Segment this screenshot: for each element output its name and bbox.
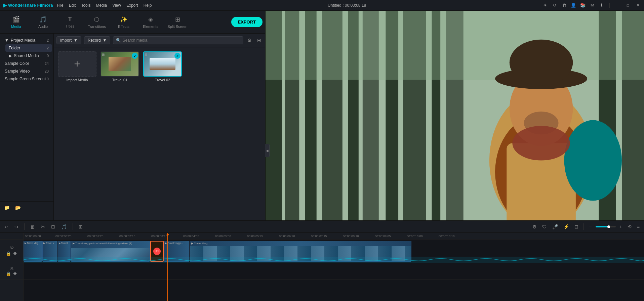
cut-button[interactable]: ✂ [39, 223, 47, 230]
logo-icon: ▶ [3, 2, 7, 8]
open-folder-button[interactable]: 📂 [14, 204, 22, 211]
sidebar-item-sample-video[interactable]: Sample Video 20 [1, 68, 52, 75]
library-icon[interactable]: 📚 [580, 2, 586, 8]
mic-btn[interactable]: 🎤 [551, 223, 560, 230]
travel02-check: ✓ [174, 53, 180, 59]
timeline-right-controls: ⚙ 🛡 🎤 ⚡ ⊟ − + ⟲ ≡ [531, 223, 641, 230]
tab-effects[interactable]: ✨ Effects [110, 12, 137, 32]
filter-button[interactable]: ⚙ [246, 37, 253, 44]
travel01-thumb[interactable]: ⊞ ✓ [100, 51, 139, 77]
sun-icon[interactable]: ☀ [542, 2, 548, 8]
track2-eye-icon[interactable]: 👁 [13, 271, 17, 276]
tab-titles[interactable]: T Titles [56, 12, 83, 32]
tab-splitscreen[interactable]: ⊞ Split Screen [164, 12, 191, 32]
ruler-mark-2: 00:00:01:20 [87, 234, 119, 238]
zoom-in-btn[interactable]: + [618, 223, 624, 230]
shared-media-label: Shared Media [14, 53, 39, 58]
preview-frame [266, 11, 644, 220]
menu-media[interactable]: Media [96, 3, 107, 8]
split-btn2[interactable]: ⊟ [573, 223, 580, 230]
audio-button[interactable]: 🎵 [59, 223, 69, 230]
zoom-out-btn[interactable]: − [587, 223, 593, 230]
menu-export[interactable]: Export [126, 3, 138, 8]
new-folder-button[interactable]: 📁 [3, 204, 11, 211]
minimize-button[interactable]: — [614, 2, 621, 9]
app-name: Wondershare Filmora [8, 3, 53, 8]
sidebar-item-sample-color[interactable]: Sample Color 24 [1, 60, 52, 67]
import-label-text: Import Media [58, 78, 96, 82]
tab-audio[interactable]: 🎵 Audio [30, 12, 56, 32]
svg-rect-13 [266, 11, 644, 80]
close-button[interactable]: ✕ [635, 2, 641, 9]
panel-collapse-handle[interactable]: ◀ [265, 144, 270, 157]
preview-video [266, 11, 644, 220]
import-media-item[interactable]: + Import Media [58, 51, 96, 82]
media-sidebar: ▼ Project Media 2 Folder 2 ▶ Shared Medi… [0, 34, 54, 220]
track1-id: B2 [9, 246, 13, 250]
collapse-icon: ◀ [266, 149, 269, 153]
media-tab-icon: 🎬 [12, 16, 20, 23]
sidebar-footer: 📁 📂 [0, 201, 54, 214]
timeline-area: ↩ ↪ 🗑 ✂ ⊡ 🎵 ⊞ ⚙ 🛡 🎤 ⚡ ⊟ − + ⟲ ≡ [0, 220, 644, 301]
search-box[interactable]: 🔍 [113, 36, 243, 44]
menu-help[interactable]: Help [144, 3, 152, 8]
shield-btn[interactable]: 🛡 [540, 223, 549, 230]
timeline-ruler[interactable]: 00:00:00:00 00:00:00:25 00:00:01:20 00:0… [24, 233, 644, 240]
undo-button[interactable]: ↩ [3, 223, 10, 230]
ruler-mark-5: 00:00:04:05 [183, 234, 215, 238]
media-grid: + Import Media ⊞ ✓ [54, 47, 265, 220]
sidebar-item-shared-media[interactable]: ▶ Shared Media 0 [5, 52, 52, 59]
zoom-slider[interactable] [596, 226, 616, 227]
tab-media[interactable]: 🎬 Media [3, 12, 30, 32]
download-icon[interactable]: ⬇ [599, 2, 605, 8]
menu-edit[interactable]: Edit [69, 3, 76, 8]
timeline-menu-btn[interactable]: ≡ [635, 223, 641, 230]
refresh-icon[interactable]: ↺ [552, 2, 558, 8]
video-track-2 [24, 263, 644, 280]
redo-button[interactable]: ↪ [13, 223, 20, 230]
mail-icon[interactable]: ✉ [589, 2, 595, 8]
waveform-svg [24, 257, 644, 263]
tab-transitions[interactable]: ⬡ Transitions [83, 12, 110, 32]
search-input[interactable] [122, 38, 240, 43]
effect-btn[interactable]: ⚡ [562, 223, 571, 230]
track1-eye-icon[interactable]: 👁 [13, 251, 17, 256]
track2-lock-icon[interactable]: 🔒 [6, 271, 11, 276]
track2-id: B1 [9, 266, 13, 270]
shared-media-count: 0 [47, 54, 49, 58]
menu-file[interactable]: File [57, 3, 63, 8]
user-icon[interactable]: 👤 [570, 2, 576, 8]
travel02-label: Travel 02 [143, 78, 182, 82]
ruler-mark-12: 00:00:10:00 [407, 234, 439, 238]
delete-button[interactable]: 🗑 [29, 223, 37, 230]
menu-tools[interactable]: Tools [81, 3, 90, 8]
media-item-travel01[interactable]: ⊞ ✓ Travel 01 [100, 51, 139, 82]
record-dropdown[interactable]: Record ▼ [84, 36, 111, 44]
effects-tab-icon: ✨ [120, 16, 127, 23]
window-title: Untitled : 00:00:08:18 [328, 3, 366, 8]
maximize-button[interactable]: □ [625, 2, 631, 9]
import-dropdown[interactable]: Import ▼ [56, 36, 81, 44]
sidebar-item-folder[interactable]: Folder 2 [5, 44, 52, 52]
travel02-thumb[interactable]: ⊞ ✓ [143, 51, 182, 77]
folder-label: Folder [9, 46, 20, 50]
media-toolbar: Import ▼ Record ▼ 🔍 ⚙ ⊞ [54, 34, 265, 47]
ruler-mark-0: 00:00:00:00 [24, 234, 55, 238]
menu-bar: File Edit Tools Media View Export Help [57, 3, 152, 8]
import-thumb[interactable]: + [58, 51, 96, 77]
sidebar-item-sample-green-screen[interactable]: Sample Green Screen 10 [1, 75, 52, 83]
layout-button[interactable]: ⊞ [256, 37, 263, 44]
track1-lock-icon[interactable]: 🔒 [6, 251, 11, 256]
fit-btn[interactable]: ⟲ [626, 223, 633, 230]
crop-button[interactable]: ⊡ [49, 223, 57, 230]
sidebar-item-project-media[interactable]: ▼ Project Media 2 [1, 37, 52, 44]
media-item-travel02[interactable]: ⊞ ✓ Travel 02 [143, 51, 182, 82]
trash-icon[interactable]: 🗑 [561, 2, 567, 8]
ruler-mark-13: 00:00:10:10 [439, 234, 471, 238]
tab-elements[interactable]: ◈ Elements [137, 12, 164, 32]
project-media-arrow: ▼ [5, 38, 9, 43]
export-button[interactable]: EXPORT [231, 17, 263, 27]
timeline-settings-btn[interactable]: ⚙ [531, 223, 538, 230]
snap-button[interactable]: ⊞ [77, 223, 84, 230]
menu-view[interactable]: View [112, 3, 121, 8]
